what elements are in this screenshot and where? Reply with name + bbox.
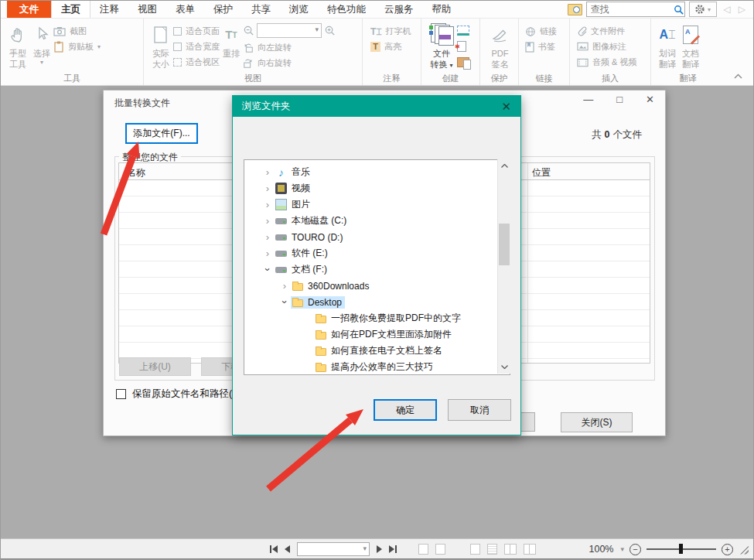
move-up-button[interactable]: 上移(U) xyxy=(119,357,191,376)
search-input[interactable] xyxy=(587,4,673,15)
tree-chevron-icon[interactable] xyxy=(278,281,291,291)
hand-tool-button[interactable]: 手型 工具 xyxy=(5,22,30,71)
select-tool-button[interactable]: 选择 ▾ xyxy=(30,22,53,68)
zoom-in-button[interactable]: + xyxy=(722,544,733,555)
tree-item[interactable]: 如何直接在电子文档上签名 xyxy=(244,343,510,359)
scrollbar-thumb[interactable] xyxy=(499,224,510,265)
close-dialog-button[interactable]: 关闭(S) xyxy=(561,412,633,432)
file-convert-button[interactable]: 文件 转换 ▾ xyxy=(426,22,457,71)
tree-chevron-icon[interactable] xyxy=(261,183,274,193)
fit-width-button[interactable]: 适合宽度 xyxy=(173,41,220,53)
continuous-view-icon[interactable] xyxy=(487,544,497,555)
forward-arrow-icon[interactable]: ▷ xyxy=(739,4,745,15)
zoom-slider[interactable] xyxy=(647,548,716,550)
rotate-right-button[interactable]: 向右旋转 xyxy=(243,57,336,69)
ribbon-tab[interactable]: 文件 xyxy=(7,1,51,18)
typewriter-button[interactable]: T⌶ 打字机 xyxy=(370,26,411,37)
tree-item[interactable]: 一招教你免费提取PDF中的文字 xyxy=(244,310,510,326)
clipboard-button[interactable]: 剪贴板 ▾ xyxy=(53,41,101,53)
tree-scrollbar[interactable] xyxy=(497,159,510,374)
pdf-sign-button[interactable]: PDF 签名 xyxy=(487,22,513,71)
zoom-level-combobox[interactable] xyxy=(257,23,322,38)
cancel-button[interactable]: 取消 xyxy=(448,399,511,421)
image-annotation-button[interactable]: 图像标注 xyxy=(577,41,636,53)
fit-visible-button[interactable]: 适合视区 xyxy=(173,56,220,68)
rotate-left-button[interactable]: 向左旋转 xyxy=(243,42,336,53)
tree-item[interactable]: 提高办公效率的三大技巧 xyxy=(244,359,510,375)
tree-item[interactable]: TOURO (D:) xyxy=(244,229,510,245)
keep-names-checkbox[interactable] xyxy=(116,389,126,399)
snapshot-button[interactable]: 截图 xyxy=(53,26,101,37)
first-page-button[interactable] xyxy=(270,545,278,553)
doc-translate-button[interactable]: 文档 翻译 xyxy=(679,22,702,71)
single-page-view-icon[interactable] xyxy=(470,544,480,555)
search-icon[interactable] xyxy=(673,4,684,15)
ok-button[interactable]: 确定 xyxy=(374,399,437,421)
back-arrow-icon[interactable]: ◁ xyxy=(724,4,731,15)
zoom-out-icon[interactable] xyxy=(243,25,254,36)
minimize-icon[interactable]: — xyxy=(583,94,593,105)
settings-button[interactable]: ▾ xyxy=(689,2,717,17)
zoom-out-button[interactable]: − xyxy=(629,544,641,555)
close-icon[interactable]: ✕ xyxy=(646,94,654,105)
zoom-level-value[interactable]: 100% xyxy=(589,544,613,555)
next-page-button[interactable] xyxy=(377,545,382,553)
rotate-view-right-icon[interactable] xyxy=(435,544,445,555)
tree-item[interactable]: 软件 (E:) xyxy=(244,245,510,261)
add-files-button[interactable]: 添加文件(F)... xyxy=(125,123,198,144)
ribbon-tab[interactable]: 云服务 xyxy=(375,1,423,18)
folder-search-icon[interactable] xyxy=(568,4,582,15)
rotate-view-left-icon[interactable] xyxy=(418,544,428,555)
word-translate-button[interactable]: A⌶ 划词 翻译 xyxy=(656,22,679,71)
facing-view-icon[interactable] xyxy=(504,544,517,555)
last-page-button[interactable] xyxy=(389,545,397,553)
continuous-facing-view-icon[interactable] xyxy=(524,544,536,555)
tree-chevron-icon[interactable] xyxy=(280,296,290,309)
maximize-icon[interactable]: □ xyxy=(616,94,623,105)
tree-chevron-icon[interactable] xyxy=(261,232,274,242)
link-button[interactable]: 链接 xyxy=(525,26,557,37)
ribbon-tab[interactable]: 帮助 xyxy=(423,1,461,18)
collapse-ribbon-button[interactable] xyxy=(734,68,742,82)
ribbon-tab[interactable]: 浏览 xyxy=(280,1,318,18)
ribbon-tab[interactable]: 注释 xyxy=(90,1,128,18)
tree-item[interactable]: 图片 xyxy=(244,196,510,213)
tree-item[interactable]: 视频 xyxy=(244,180,510,196)
tree-chevron-icon[interactable] xyxy=(261,167,274,177)
scroll-down-icon[interactable] xyxy=(498,360,510,374)
previous-page-button[interactable] xyxy=(285,545,290,553)
audio-video-button[interactable]: 音频 & 视频 xyxy=(577,56,636,68)
tree-item[interactable]: 本地磁盘 (C:) xyxy=(244,213,510,229)
tree-item[interactable]: 如何在PDF文档里面添加附件 xyxy=(244,326,510,343)
file-attachment-button[interactable]: 文件附件 xyxy=(577,26,636,37)
column-header-location[interactable]: 位置 xyxy=(532,166,551,179)
tree-chevron-icon[interactable] xyxy=(261,200,274,210)
create-from-scanner-icon[interactable] xyxy=(457,26,469,36)
tree-item[interactable]: 音乐 xyxy=(244,164,510,180)
tree-item[interactable]: 360Downloads xyxy=(244,278,510,294)
reflow-button[interactable]: TT 重排 xyxy=(220,22,243,60)
highlight-button[interactable]: T 高亮 xyxy=(370,41,411,53)
create-from-clipboard-icon[interactable] xyxy=(457,57,469,67)
tree-item[interactable]: Desktop xyxy=(244,294,510,310)
tree-chevron-icon[interactable] xyxy=(261,216,274,226)
tree-chevron-icon[interactable] xyxy=(261,248,274,258)
page-number-combobox[interactable] xyxy=(297,542,370,556)
actual-size-button[interactable]: 实际 大小 xyxy=(148,22,173,71)
ribbon-tab[interactable]: 视图 xyxy=(128,1,166,18)
zoom-in-icon[interactable] xyxy=(324,25,336,36)
fit-page-button[interactable]: 适合页面 xyxy=(173,26,220,37)
close-icon[interactable]: ✕ xyxy=(501,96,511,117)
tree-chevron-icon[interactable] xyxy=(263,264,273,276)
scroll-up-icon[interactable] xyxy=(498,159,510,172)
ribbon-tab[interactable]: 共享 xyxy=(242,1,280,18)
ribbon-tab[interactable]: 保护 xyxy=(204,1,242,18)
bookmark-button[interactable]: 书签 xyxy=(525,41,557,53)
zoom-slider-handle[interactable] xyxy=(679,544,683,554)
ribbon-tab[interactable]: 表单 xyxy=(166,1,204,18)
chevron-down-icon[interactable]: ▾ xyxy=(620,545,624,553)
column-header-name[interactable]: 名称 xyxy=(127,166,145,179)
ribbon-tab[interactable]: 主页 xyxy=(51,1,90,18)
create-blank-file-icon[interactable] xyxy=(457,41,466,52)
ribbon-tab[interactable]: 特色功能 xyxy=(318,1,375,18)
